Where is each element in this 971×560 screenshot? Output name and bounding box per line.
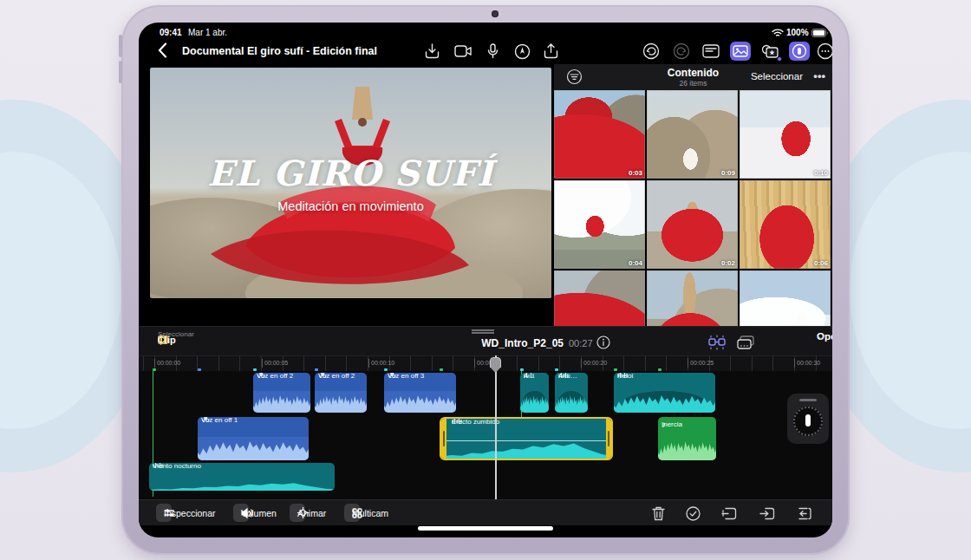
- connect-clip-icon[interactable]: [720, 505, 739, 522]
- clip-label: Voz en off 1: [201, 417, 238, 422]
- home-indicator[interactable]: [418, 526, 553, 531]
- status-time: 09:41: [160, 28, 182, 37]
- multicam-button[interactable]: Multicam: [344, 504, 360, 522]
- trim-handle-right[interactable]: [606, 419, 611, 459]
- thumbnail-grid: 0:03 0:09 0:10 0:04 0:02 0:06: [554, 90, 832, 326]
- media-thumbnail[interactable]: 0:10: [740, 90, 831, 179]
- check-circle-icon[interactable]: [683, 505, 702, 522]
- effects-icon[interactable]: [759, 42, 780, 61]
- viewer-pane: EL GIRO SUFÍ Meditación en movimiento 00…: [139, 64, 552, 326]
- clip-marker: [198, 368, 201, 371]
- timeline-clip-reloj[interactable]: Reloj: [614, 373, 715, 413]
- ipad-device: 09:41 Mar 1 abr. 100% Documental El giro…: [121, 5, 850, 555]
- clip-duration-badge: 0:02: [721, 259, 735, 267]
- project-title: Documental El giro sufí - Edición final: [182, 45, 377, 57]
- timeline-clip-efecto-zumbido-selected[interactable]: Efecto zumbido: [440, 417, 613, 460]
- jog-wheel-control[interactable]: [787, 394, 829, 444]
- ruler-tick: 00:00:10: [368, 359, 394, 368]
- jog-pointer: [805, 414, 811, 427]
- effects-badge: [777, 56, 782, 62]
- timeline-clip-altu[interactable]: Altu…: [555, 373, 588, 413]
- clip-label: A…: [524, 373, 535, 378]
- share-icon[interactable]: [540, 42, 561, 61]
- back-button[interactable]: [158, 42, 175, 60]
- media-thumbnail[interactable]: 0:09: [647, 90, 738, 179]
- clip-marker: [658, 368, 661, 371]
- media-thumbnail[interactable]: 0:04: [554, 180, 645, 269]
- video-subtitle-overlay: Meditación en movimiento: [150, 199, 551, 213]
- animate-label: Animar: [297, 508, 326, 518]
- volume-button: [119, 61, 122, 83]
- timeline-clip-voz-en-off-2[interactable]: Voz en off 2: [253, 373, 310, 413]
- media-thumbnail[interactable]: 0:03: [554, 90, 645, 179]
- clip-marker: [384, 368, 388, 371]
- clip-label: Reloj: [617, 373, 633, 378]
- media-thumbnail[interactable]: [647, 270, 738, 326]
- undo-icon[interactable]: [641, 42, 661, 61]
- playhead-line[interactable]: [495, 355, 497, 499]
- timeline-clip-voz-en-off-3[interactable]: Voz en off 3: [384, 373, 456, 413]
- inspect-button[interactable]: Inspeccionar: [156, 504, 172, 522]
- clip-marker: [315, 368, 318, 371]
- clip-marker: [253, 368, 257, 371]
- media-thumbnail[interactable]: 0:02: [647, 180, 738, 269]
- trash-icon[interactable]: [648, 505, 668, 522]
- ruler-tick: 00:00:20: [581, 359, 607, 368]
- ruler-tick: 00:00:05: [262, 359, 288, 368]
- connected-clips-icon[interactable]: [735, 334, 756, 351]
- media-thumbnail[interactable]: [554, 270, 645, 326]
- timeline-clip-a[interactable]: A…: [520, 373, 549, 413]
- timeline-clip-inercia[interactable]: ♪Inercia: [658, 417, 716, 460]
- media-thumbnail[interactable]: [740, 270, 831, 326]
- clip-duration-badge: 0:04: [629, 259, 642, 267]
- camera-icon[interactable]: [453, 42, 473, 61]
- clip-duration-badge: 0:10: [814, 169, 828, 177]
- video-preview[interactable]: EL GIRO SUFÍ Meditación en movimiento: [150, 68, 551, 298]
- ruler-tick: 00:00:00: [154, 359, 180, 368]
- volume-button-footer[interactable]: Volumen: [233, 504, 249, 522]
- timeline-clip-viento-nocturno[interactable]: Viento nocturno: [149, 463, 335, 491]
- browser-photos-icon[interactable]: [730, 42, 751, 61]
- clip-duration-badge: 0:06: [814, 259, 828, 267]
- clip-marker: [440, 368, 443, 371]
- timeline-clip-voz-en-off-1[interactable]: Voz en off 1: [198, 417, 309, 460]
- clip-label: Voz en off 2: [257, 373, 293, 378]
- mic-icon[interactable]: [482, 42, 503, 61]
- clip-marker: [555, 368, 558, 371]
- timeline-tracks[interactable]: Voz en off 2 Voz en off 2 Voz en off 3 A…: [139, 371, 832, 499]
- volume-button: [119, 35, 122, 57]
- browser-header: Contenido 26 items Seleccionar •••: [554, 64, 832, 90]
- jog-drag-bar[interactable]: [799, 399, 817, 401]
- ruler-tick: 00:00:25: [688, 359, 714, 368]
- status-date: Mar 1 abr.: [188, 28, 227, 37]
- final-cut-screen: 09:41 Mar 1 abr. 100% Documental El giro…: [139, 23, 832, 537]
- animate-button[interactable]: Animar: [290, 504, 305, 522]
- trim-handle-left[interactable]: [441, 419, 446, 459]
- redo-icon[interactable]: [671, 42, 692, 61]
- clip-label: Viento nocturno: [153, 463, 201, 468]
- titles-icon[interactable]: [701, 42, 721, 61]
- media-thumbnail[interactable]: 0:06: [740, 180, 831, 269]
- magnetic-timeline-icon[interactable]: [707, 334, 727, 351]
- stepper-chevrons-icon: [158, 335, 165, 345]
- overwrite-clip-icon[interactable]: [794, 505, 813, 522]
- clip-label: Voz en off 2: [318, 373, 355, 378]
- jog-wheel-icon[interactable]: [789, 42, 810, 61]
- content-browser: Contenido 26 items Seleccionar ••• 0:03 …: [554, 64, 832, 326]
- insert-clip-icon[interactable]: [758, 505, 777, 522]
- timeline-ruler[interactable]: 00:00:00 00:00:05 00:00:10 00:00:15 00:0…: [139, 355, 832, 371]
- more-icon[interactable]: [815, 42, 832, 61]
- info-icon[interactable]: [596, 335, 611, 350]
- page-background: 09:41 Mar 1 abr. 100% Documental El giro…: [0, 0, 971, 560]
- inspect-label: Inspeccionar: [164, 508, 216, 518]
- timeline-clip-voz-en-off-2b[interactable]: Voz en off 2: [315, 373, 367, 413]
- select-button[interactable]: Seleccionar: [751, 71, 803, 81]
- clip-label: Efecto zumbido: [452, 419, 499, 424]
- timeline-drag-handle[interactable]: [472, 329, 494, 334]
- record-voiceover-icon[interactable]: [512, 42, 532, 61]
- clip-duration-badge: 0:09: [721, 169, 735, 177]
- clip-marker: [614, 368, 617, 371]
- browser-more-icon[interactable]: •••: [813, 69, 825, 82]
- import-icon[interactable]: [421, 42, 442, 61]
- selected-clip-duration: 00:27: [569, 338, 593, 348]
